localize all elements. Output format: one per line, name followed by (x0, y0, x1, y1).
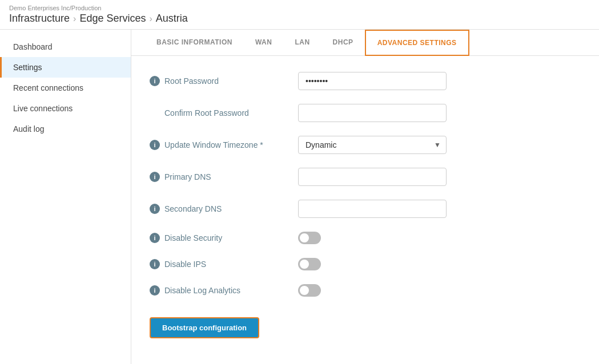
content-area: BASIC INFORMATION WAN LAN DHCP ADVANCED … (131, 30, 599, 364)
form-area: i Root Password Confirm Root Password (131, 56, 577, 354)
disable-log-analytics-slider (298, 284, 321, 297)
disable-log-analytics-toggle[interactable] (298, 284, 321, 297)
breadcrumb: Infrastructure › Edge Services › Austria (9, 13, 590, 25)
app-container: Demo Enterprises Inc/Production Infrastr… (0, 0, 599, 364)
root-password-label: i Root Password (150, 76, 298, 86)
top-bar: Demo Enterprises Inc/Production Infrastr… (0, 0, 599, 30)
disable-ips-toggle-wrapper (298, 258, 321, 270)
tab-lan[interactable]: LAN (283, 30, 321, 55)
disable-security-label: i Disable Security (150, 233, 298, 243)
form-row-timezone: i Update Window Timezone * Dynamic UTC U… (150, 136, 558, 154)
timezone-select[interactable]: Dynamic UTC US/Eastern US/Pacific Europe… (298, 136, 447, 154)
secondary-dns-info-icon[interactable]: i (150, 204, 160, 214)
disable-ips-toggle[interactable] (298, 258, 321, 270)
form-row-secondary-dns: i Secondary DNS (150, 200, 558, 218)
root-password-info-icon[interactable]: i (150, 76, 160, 86)
disable-log-analytics-info-icon[interactable]: i (150, 285, 160, 296)
breadcrumb-sep-2: › (149, 14, 152, 24)
tabs-bar: BASIC INFORMATION WAN LAN DHCP ADVANCED … (131, 30, 599, 56)
primary-dns-label: i Primary DNS (150, 172, 298, 182)
breadcrumb-austria[interactable]: Austria (156, 13, 188, 25)
tab-dhcp[interactable]: DHCP (321, 30, 365, 55)
disable-security-toggle[interactable] (298, 232, 321, 244)
form-row-disable-log-analytics: i Disable Log Analytics (150, 284, 558, 297)
timezone-label: i Update Window Timezone * (150, 140, 298, 150)
tab-wan[interactable]: WAN (244, 30, 284, 55)
form-row-primary-dns: i Primary DNS (150, 168, 558, 186)
primary-dns-input[interactable] (298, 168, 447, 186)
disable-log-analytics-label-text: Disable Log Analytics (164, 286, 240, 295)
sidebar-item-dashboard[interactable]: Dashboard (0, 37, 131, 57)
form-row-disable-security: i Disable Security (150, 232, 558, 244)
bootstrap-button-container: Bootstrap configuration (150, 310, 558, 338)
sidebar-item-audit-log[interactable]: Audit log (0, 119, 131, 139)
confirm-root-password-label-text: Confirm Root Password (164, 108, 249, 118)
primary-dns-label-text: Primary DNS (164, 172, 211, 181)
secondary-dns-label: i Secondary DNS (150, 204, 298, 214)
timezone-label-text: Update Window Timezone * (164, 140, 263, 149)
disable-ips-label: i Disable IPS (150, 259, 298, 269)
form-row-root-password: i Root Password (150, 72, 558, 90)
sidebar-item-settings[interactable]: Settings (0, 57, 131, 78)
breadcrumb-infrastructure[interactable]: Infrastructure (9, 13, 70, 25)
disable-security-toggle-wrapper (298, 232, 321, 244)
disable-log-analytics-label: i Disable Log Analytics (150, 285, 298, 296)
sidebar-item-recent-connections[interactable]: Recent connections (0, 78, 131, 98)
timezone-info-icon[interactable]: i (150, 140, 160, 150)
bootstrap-configuration-button[interactable]: Bootstrap configuration (150, 317, 259, 338)
timezone-select-wrapper: Dynamic UTC US/Eastern US/Pacific Europe… (298, 136, 447, 154)
disable-security-label-text: Disable Security (164, 233, 222, 242)
disable-security-info-icon[interactable]: i (150, 233, 160, 243)
confirm-root-password-label: Confirm Root Password (150, 108, 298, 118)
sidebar-item-live-connections[interactable]: Live connections (0, 98, 131, 119)
breadcrumb-sep-1: › (73, 14, 76, 24)
secondary-dns-label-text: Secondary DNS (164, 204, 222, 213)
tab-advanced-settings[interactable]: ADVANCED SETTINGS (365, 30, 469, 56)
root-password-input[interactable] (298, 72, 447, 90)
disable-ips-slider (298, 258, 321, 270)
breadcrumb-edge-services[interactable]: Edge Services (79, 13, 146, 25)
disable-log-analytics-toggle-wrapper (298, 284, 321, 297)
primary-dns-info-icon[interactable]: i (150, 172, 160, 182)
form-row-confirm-root-password: Confirm Root Password (150, 104, 558, 122)
org-label: Demo Enterprises Inc/Production (9, 5, 590, 11)
main-layout: Dashboard Settings Recent connections Li… (0, 30, 599, 364)
secondary-dns-input[interactable] (298, 200, 447, 218)
disable-ips-label-text: Disable IPS (164, 260, 206, 269)
disable-security-slider (298, 232, 321, 244)
tab-basic-information[interactable]: BASIC INFORMATION (145, 30, 244, 55)
form-row-disable-ips: i Disable IPS (150, 258, 558, 270)
root-password-label-text: Root Password (164, 76, 219, 86)
disable-ips-info-icon[interactable]: i (150, 259, 160, 269)
confirm-root-password-input[interactable] (298, 104, 447, 122)
sidebar: Dashboard Settings Recent connections Li… (0, 30, 131, 364)
